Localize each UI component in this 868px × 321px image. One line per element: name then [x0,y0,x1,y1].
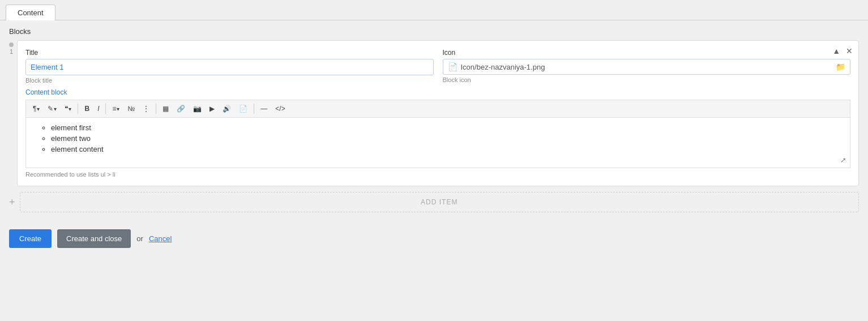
block-dot [9,42,14,47]
title-label: Title [25,49,434,57]
cancel-button[interactable]: Cancel [149,234,172,243]
video-icon: ▶ [209,105,215,113]
editor-list: element first element two element conten… [34,123,842,153]
toolbar-sep-2 [105,104,106,114]
browse-button[interactable]: 📁 [836,62,845,71]
toolbar-file[interactable]: 📄 [236,102,251,115]
list-item: element two [51,134,842,143]
create-button[interactable]: Create [9,229,52,248]
block-number: 1 [10,48,13,55]
icon-label: Icon [443,49,851,57]
quote-icon: ❝ [65,105,68,113]
toolbar-table[interactable]: ▦ [159,102,172,115]
title-input[interactable] [25,59,434,75]
icon-column: Icon 📄 Icon/bez-nazvaniya-1.png 📁 Block … [443,49,851,84]
block-card-controls: ▲ ✕ [831,45,854,57]
toolbar-hr[interactable]: — [257,102,271,115]
or-text: or [136,234,143,243]
tab-content[interactable]: Content [6,5,55,20]
main-content: Blocks 1 ▲ ✕ Title Bl [0,20,868,221]
toolbar-ordered-list[interactable]: № [124,102,138,115]
toolbar-sep-1 [78,104,78,114]
content-block-section: Content block ¶ ▾ ✎ ▾ ❝ ▾ [25,88,850,178]
code-icon: </> [275,105,285,113]
icon-sublabel: Block icon [443,76,851,83]
italic-icon: I [97,105,99,113]
toolbar-bold[interactable]: B [81,102,93,115]
block-row: 1 ▲ ✕ Title Block title Icon [9,40,859,186]
toolbar-italic[interactable]: I [94,102,102,115]
toolbar-code[interactable]: </> [272,102,288,115]
table-icon: ▦ [163,105,169,113]
toolbar-brush[interactable]: ✎ ▾ [44,102,60,115]
footer-row: Create Create and close or Cancel [0,221,868,256]
tab-bar: Content [0,0,868,20]
link-icon: 🔗 [177,105,185,113]
file-type-icon: 📄 [448,62,457,71]
list-item: element first [51,123,842,132]
create-and-close-button[interactable]: Create and close [57,229,131,248]
ol-icon: № [127,105,135,113]
brush-chevron: ▾ [54,106,57,112]
audio-icon: 🔊 [223,105,231,113]
file-name-text: Icon/bez-nazvaniya-1.png [461,63,836,71]
toolbar-link[interactable]: 🔗 [173,102,189,115]
editor-area[interactable]: element first element two element conten… [25,117,850,168]
blocks-label: Blocks [9,27,859,36]
file-icon: 📄 [239,105,247,113]
toolbar-video[interactable]: ▶ [206,102,218,115]
toolbar-sep-3 [156,104,156,114]
title-column: Title Block title [25,49,434,84]
align-icon: ≡ [112,105,116,113]
editor-toolbar: ¶ ▾ ✎ ▾ ❝ ▾ B [25,100,850,117]
toolbar-image[interactable]: 📷 [190,102,205,115]
align-chevron: ▾ [117,106,119,112]
paragraph-chevron: ▾ [37,106,40,112]
icon-file-input[interactable]: 📄 Icon/bez-nazvaniya-1.png 📁 [443,59,851,75]
ul-icon: ⋮ [143,105,149,113]
collapse-button[interactable]: ▲ [831,45,841,57]
add-item-plus-button[interactable]: + [9,196,15,208]
image-icon: 📷 [193,105,202,113]
toolbar-sep-4 [254,104,254,114]
toolbar-quote[interactable]: ❝ ▾ [61,102,75,115]
quote-chevron: ▾ [69,106,71,112]
add-item-row: + ADD ITEM [9,192,859,212]
expand-button[interactable]: ➚ [840,156,846,164]
add-item-button[interactable]: ADD ITEM [20,192,859,212]
toolbar-align[interactable]: ≡ ▾ [109,102,123,115]
block-card: ▲ ✕ Title Block title Icon 📄 Icon/bez- [17,40,859,186]
remove-button[interactable]: ✕ [845,45,854,57]
content-block-label: Content block [25,88,850,96]
paragraph-icon: ¶ [33,105,36,113]
block-number-indicator: 1 [9,42,14,55]
brush-icon: ✎ [48,105,53,113]
page-wrapper: Content Blocks 1 ▲ ✕ Title [0,0,868,321]
hr-icon: — [260,105,267,113]
title-icon-row: Title Block title Icon 📄 Icon/bez-nazvan… [25,49,850,84]
toolbar-audio[interactable]: 🔊 [219,102,234,115]
list-item: element content [51,145,842,153]
editor-hint: Recommended to use lists ul > li [25,171,850,178]
toolbar-unordered-list[interactable]: ⋮ [139,102,153,115]
title-sublabel: Block title [25,77,434,84]
bold-icon: B [84,105,89,113]
toolbar-paragraph[interactable]: ¶ ▾ [29,102,43,115]
